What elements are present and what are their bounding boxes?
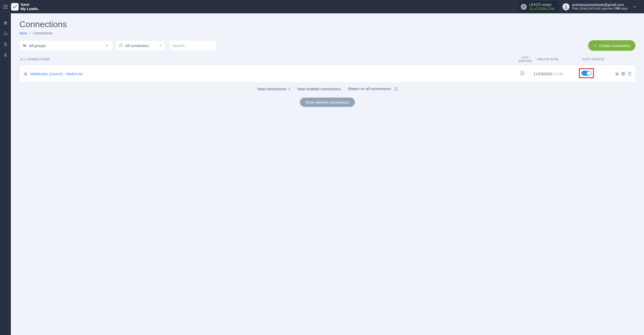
svg-point-4 — [565, 5, 567, 7]
create-connection-label: Create connection — [599, 44, 630, 48]
breadcrumb: Main / Connections — [19, 31, 635, 35]
logo-icon — [11, 3, 19, 11]
svg-rect-7 — [5, 34, 6, 35]
svg-rect-8 — [7, 34, 7, 35]
copy-icon[interactable] — [615, 72, 619, 76]
auto-update-toggle[interactable] — [581, 71, 591, 76]
list-header: ALL CONNECTIONS LOG / ERRORS UPDATE DATE… — [19, 56, 635, 65]
play-icon — [119, 44, 123, 48]
svg-rect-5 — [5, 31, 6, 32]
header-all-connections: ALL CONNECTIONS — [20, 58, 514, 61]
gear-icon[interactable] — [621, 72, 625, 76]
webhook-icon — [23, 71, 28, 76]
trash-icon[interactable] — [627, 72, 632, 76]
report-icon[interactable] — [394, 87, 398, 91]
stat-enabled: Total enabled connections: — [297, 87, 342, 91]
page-title: Connections — [19, 19, 635, 29]
leads-usage-badge[interactable]: i LEADS usage: 12 of 2'000 (1%) — [519, 1, 558, 12]
info-icon: i — [521, 4, 527, 10]
status-dropdown-label: All connection — [125, 44, 149, 48]
header-auto-update: AUTO UPDATE — [582, 58, 612, 61]
svg-rect-24 — [616, 73, 619, 75]
connection-row: Webhooks (source) - MailerLite 11/23/202… — [19, 65, 635, 82]
user-menu[interactable]: andrewsavemyleads@gmail.com Plan |Start|… — [562, 3, 641, 11]
hamburger-icon[interactable] — [3, 4, 9, 10]
user-info: andrewsavemyleads@gmail.com Plan |Start|… — [572, 3, 628, 11]
filter-row: All groups All connection Create connect… — [19, 40, 635, 51]
svg-point-14 — [5, 53, 6, 55]
header-log: LOG / ERRORS — [514, 56, 537, 63]
connection-link[interactable]: Webhooks (source) - MailerLite — [30, 72, 83, 76]
breadcrumb-main[interactable]: Main — [19, 31, 27, 35]
log-icon[interactable] — [520, 71, 525, 75]
leads-usage-text: LEADS usage: 12 of 2'000 (1%) — [529, 3, 555, 11]
stat-total: Total connections: 1 — [257, 87, 291, 91]
sidebar-item-connections[interactable] — [3, 31, 8, 36]
main-content: Connections Main / Connections All group… — [11, 13, 644, 335]
chevron-down-icon — [632, 5, 637, 9]
topbar: Save My Leads. i LEADS usage: 12 of 2'00… — [0, 0, 644, 13]
stats-row: Total connections: 1 Total enabled conne… — [19, 87, 635, 91]
chevron-down-icon — [158, 44, 163, 48]
logo[interactable]: Save My Leads. — [11, 3, 39, 11]
plus-icon — [594, 44, 597, 47]
svg-point-20 — [26, 74, 27, 75]
logo-text: Save My Leads. — [21, 3, 39, 11]
show-deleted-button[interactable]: Show deleted connections — [300, 98, 355, 107]
breadcrumb-sep: / — [29, 31, 30, 35]
stat-report: Report on all connections: — [348, 87, 398, 91]
auto-update-highlight — [579, 68, 594, 78]
svg-rect-6 — [4, 34, 4, 35]
status-dropdown[interactable]: All connection — [115, 40, 166, 51]
update-date-cell: 11/23/2022 11:35 — [534, 72, 579, 76]
chevron-down-icon — [105, 44, 109, 48]
groups-dropdown-label: All groups — [29, 44, 46, 48]
groups-dropdown[interactable]: All groups — [19, 40, 112, 51]
sidebar-item-account[interactable] — [3, 52, 8, 57]
breadcrumb-current: Connections — [33, 31, 53, 35]
folder-icon — [23, 44, 27, 48]
sidebar-item-home[interactable] — [3, 20, 8, 25]
create-connection-button[interactable]: Create connection — [588, 40, 635, 51]
svg-marker-16 — [120, 45, 122, 46]
svg-point-19 — [24, 74, 25, 75]
avatar-icon — [562, 3, 570, 10]
sidebar-item-billing[interactable] — [3, 41, 8, 47]
sidebar — [0, 13, 11, 335]
search-input[interactable] — [169, 40, 216, 51]
header-update-date: UPDATE DATE — [537, 58, 582, 61]
